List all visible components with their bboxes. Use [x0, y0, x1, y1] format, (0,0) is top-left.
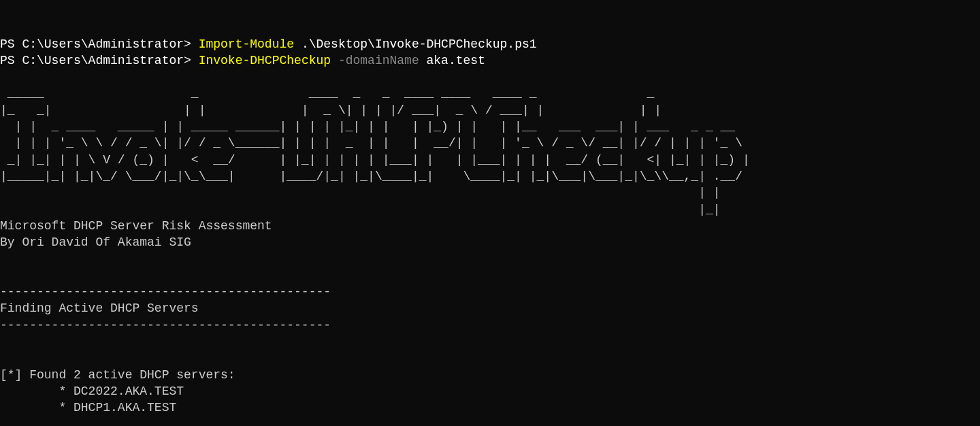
- server-entry-2: * DHCP1.AKA.TEST: [0, 401, 176, 414]
- title-text: Microsoft DHCP Server Risk Assessment: [0, 219, 272, 233]
- param-domainname: -domainName: [338, 54, 427, 67]
- ps-prompt-2: PS C:\Users\Administrator>: [0, 54, 199, 67]
- cmd-import-module: Import-Module: [199, 37, 301, 51]
- ps-prompt-1: PS C:\Users\Administrator>: [0, 37, 199, 51]
- cmd-invoke-dhcp: Invoke-DHCPCheckup: [199, 54, 338, 67]
- separator-2: ----------------------------------------…: [0, 318, 331, 332]
- terminal-output: PS C:\Users\Administrator> Import-Module…: [0, 37, 750, 426]
- section-finding-servers: Finding Active DHCP Servers: [0, 301, 199, 315]
- author-text: By Ori David Of Akamai SIG: [0, 235, 191, 249]
- server-entry-1: * DC2022.AKA.TEST: [0, 384, 184, 398]
- arg-path: .\Desktop\Invoke-DHCPCheckup.ps1: [301, 37, 537, 51]
- ascii-banner: _____ _ ____ _ _ ____ ____ ____ _ _ |_ _…: [0, 86, 750, 216]
- found-servers-line: [*] Found 2 active DHCP servers:: [0, 368, 235, 382]
- arg-domain: aka.test: [427, 54, 485, 67]
- separator-1: ----------------------------------------…: [0, 285, 331, 299]
